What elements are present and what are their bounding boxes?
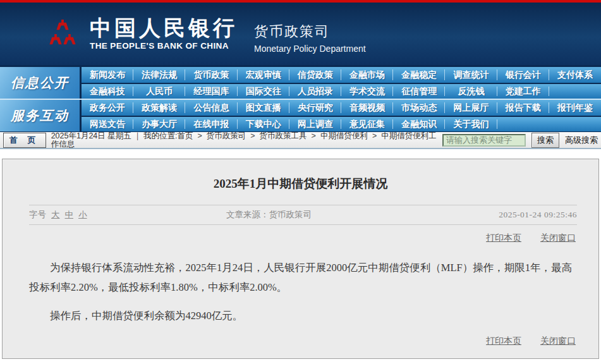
nav-item[interactable]: 党建工作 bbox=[497, 84, 549, 99]
nav-item[interactable]: 市场动态 bbox=[393, 100, 445, 116]
department-name-en: Monetary Policy Department bbox=[254, 44, 366, 54]
content-wrap: 2025年1月中期借贷便利开展情况 字号 大中小 文章来源：货币政策司 2025… bbox=[0, 149, 601, 359]
site-header: 中国人民银行 THE PEOPLE'S BANK OF CHINA 货币政策司 … bbox=[0, 3, 601, 65]
nav-item-empty bbox=[549, 117, 601, 131]
nav-item[interactable]: 报刊年鉴 bbox=[549, 100, 601, 116]
bank-title-block: 中国人民银行 THE PEOPLE'S BANK OF CHINA bbox=[90, 17, 238, 51]
font-size-option[interactable]: 大 bbox=[51, 209, 60, 221]
breadcrumb-path: 2025年1月24日 星期五 ｜ 我的位置:首页>货币政策司>货币政策工具>中期… bbox=[51, 132, 442, 149]
nav-item[interactable]: 报告下载 bbox=[497, 100, 549, 116]
nav-item[interactable]: 政策解读 bbox=[133, 100, 185, 116]
nav-item[interactable]: 国际交往 bbox=[238, 84, 289, 99]
close-window-link[interactable]: 关闭窗口 bbox=[540, 233, 576, 244]
nav-item[interactable]: 金融科技 bbox=[82, 84, 133, 99]
department-name-cn: 货币政策司 bbox=[254, 22, 366, 41]
nav-item[interactable]: 调查统计 bbox=[445, 67, 497, 83]
pboc-logo-icon bbox=[48, 17, 77, 51]
nav-grid-info: 新闻发布法律法规货币政策宏观审慎信贷政策金融市场金融稳定调查统计银行会计支付体系… bbox=[82, 67, 601, 99]
close-window-link-bottom[interactable]: 关闭窗口 bbox=[540, 336, 576, 347]
breadcrumb-divider: ｜ bbox=[131, 132, 143, 140]
nav-item[interactable]: 银行会计 bbox=[497, 67, 549, 83]
home-button[interactable]: 首 页 bbox=[3, 133, 46, 148]
nav-item[interactable]: 关于我们 bbox=[445, 117, 497, 131]
nav-item[interactable]: 金融稳定 bbox=[393, 67, 445, 83]
nav-item[interactable]: 人员招录 bbox=[289, 84, 341, 99]
article-container: 2025年1月中期借贷便利开展情况 字号 大中小 文章来源：货币政策司 2025… bbox=[2, 159, 599, 359]
source-label: 文章来源： bbox=[226, 210, 269, 219]
print-page-link[interactable]: 打印本页 bbox=[486, 233, 521, 244]
nav-item[interactable]: 货币政策 bbox=[185, 67, 237, 83]
nav-item[interactable]: 音频视频 bbox=[341, 100, 393, 116]
nav-item[interactable]: 人民币 bbox=[133, 84, 185, 99]
nav-item[interactable]: 办事大厅 bbox=[133, 117, 185, 131]
font-size-links: 大中小 bbox=[51, 209, 87, 221]
breadcrumb-chevron-icon: > bbox=[307, 132, 320, 140]
advanced-search-link[interactable]: 高级搜索 bbox=[565, 135, 598, 146]
breadcrumb-item[interactable]: 中期借贷便利 bbox=[320, 132, 368, 140]
nav-item[interactable]: 金融市场 bbox=[341, 67, 393, 83]
article-actions-bottom: 打印本页 关闭窗口 bbox=[25, 336, 576, 347]
nav-item-empty bbox=[549, 84, 601, 99]
nav-item[interactable]: 支付体系 bbox=[549, 67, 601, 83]
nav-item[interactable]: 网上调查 bbox=[289, 117, 341, 131]
article-actions-top: 打印本页 关闭窗口 bbox=[25, 233, 576, 244]
nav-grid-services: 政务公开政策解读公告信息图文直播央行研究音频视频市场动态网上展厅报告下载报刊年鉴… bbox=[82, 100, 601, 131]
nav-item-empty bbox=[497, 117, 549, 131]
nav-item[interactable]: 宏观审慎 bbox=[238, 67, 289, 83]
search-button[interactable]: 搜索 bbox=[531, 133, 559, 148]
nav-section-label-info[interactable]: 信息公开 bbox=[0, 67, 80, 99]
font-size-option[interactable]: 小 bbox=[78, 209, 87, 221]
search-input[interactable] bbox=[442, 134, 526, 147]
breadcrumb-chevron-icon: > bbox=[368, 132, 381, 140]
article-title: 2025年1月中期借贷便利开展情况 bbox=[3, 176, 598, 192]
font-size-control: 字号 大中小 bbox=[29, 209, 226, 221]
nav-item[interactable]: 在线申报 bbox=[185, 117, 237, 131]
nav-row: 金融科技人民币经理国库国际交往人员招录学术交流征信管理反洗钱党建工作 bbox=[82, 83, 601, 99]
nav-row: 网送文告办事大厅在线申报下载中心网上调查意见征集金融知识关于我们 bbox=[82, 116, 601, 131]
nav-row: 政务公开政策解读公告信息图文直播央行研究音频视频市场动态网上展厅报告下载报刊年鉴 bbox=[82, 100, 601, 116]
pboc-webpage: 中国人民银行 THE PEOPLE'S BANK OF CHINA 货币政策司 … bbox=[0, 0, 601, 364]
article-paragraph: 操作后，中期借贷便利余额为42940亿元。 bbox=[29, 306, 573, 325]
department-title-block: 货币政策司 Monetary Policy Department bbox=[254, 15, 366, 54]
nav-item[interactable]: 网上展厅 bbox=[445, 100, 497, 116]
font-size-label: 字号 bbox=[29, 209, 46, 221]
search-box: 搜索 高级搜索 bbox=[442, 133, 598, 148]
breadcrumb-item[interactable]: 货币政策工具 bbox=[260, 132, 307, 140]
nav-item[interactable]: 法律法规 bbox=[133, 67, 185, 83]
article-meta-row: 字号 大中小 文章来源：货币政策司 2025-01-24 09:25:46 bbox=[29, 205, 577, 225]
nav-item[interactable]: 金融知识 bbox=[393, 117, 445, 131]
print-page-link-bottom[interactable]: 打印本页 bbox=[486, 336, 521, 347]
nav-item[interactable]: 反洗钱 bbox=[445, 84, 497, 99]
nav-item[interactable]: 网送文告 bbox=[82, 117, 133, 131]
breadcrumb-location-home[interactable]: 我的位置:首页 bbox=[143, 132, 193, 140]
nav-section-services: 服务互动 政务公开政策解读公告信息图文直播央行研究音频视频市场动态网上展厅报告下… bbox=[0, 99, 601, 131]
font-size-option[interactable]: 中 bbox=[65, 209, 74, 221]
source-value: 货币政策司 bbox=[269, 210, 312, 219]
bank-name-en: THE PEOPLE'S BANK OF CHINA bbox=[90, 41, 238, 51]
nav-section-info-disclosure: 信息公开 新闻发布法律法规货币政策宏观审慎信贷政策金融市场金融稳定调查统计银行会… bbox=[0, 67, 601, 99]
nav-section-label-services[interactable]: 服务互动 bbox=[0, 100, 80, 131]
nav-item[interactable]: 公告信息 bbox=[185, 100, 237, 116]
nav-item[interactable]: 下载中心 bbox=[238, 117, 289, 131]
nav-item[interactable]: 经理国库 bbox=[185, 84, 237, 99]
main-nav: 信息公开 新闻发布法律法规货币政策宏观审慎信贷政策金融市场金融稳定调查统计银行会… bbox=[0, 65, 601, 132]
nav-item[interactable]: 政务公开 bbox=[82, 100, 133, 116]
bank-name-cn: 中国人民银行 bbox=[90, 17, 238, 40]
article-source: 文章来源：货币政策司 bbox=[226, 209, 499, 221]
article-paragraph: 为保持银行体系流动性充裕，2025年1月24日，人民银行开展2000亿元中期借贷… bbox=[29, 258, 573, 298]
article-body: 为保持银行体系流动性充裕，2025年1月24日，人民银行开展2000亿元中期借贷… bbox=[29, 258, 573, 325]
nav-item[interactable]: 学术交流 bbox=[341, 84, 393, 99]
nav-item[interactable]: 征信管理 bbox=[393, 84, 445, 99]
breadcrumb-chevron-icon: > bbox=[193, 132, 206, 140]
breadcrumb-chevron-icon: > bbox=[246, 132, 259, 140]
breadcrumb-item[interactable]: 货币政策司 bbox=[207, 132, 246, 140]
nav-item[interactable]: 央行研究 bbox=[289, 100, 341, 116]
breadcrumb-bar: 首 页 2025年1月24日 星期五 ｜ 我的位置:首页>货币政策司>货币政策工… bbox=[0, 132, 601, 149]
nav-row: 新闻发布法律法规货币政策宏观审慎信贷政策金融市场金融稳定调查统计银行会计支付体系 bbox=[82, 67, 601, 83]
nav-item[interactable]: 图文直播 bbox=[238, 100, 289, 116]
nav-item[interactable]: 新闻发布 bbox=[82, 67, 133, 83]
article-datetime: 2025-01-24 09:25:46 bbox=[499, 210, 577, 220]
nav-item[interactable]: 意见征集 bbox=[341, 117, 393, 131]
nav-item[interactable]: 信贷政策 bbox=[289, 67, 341, 83]
